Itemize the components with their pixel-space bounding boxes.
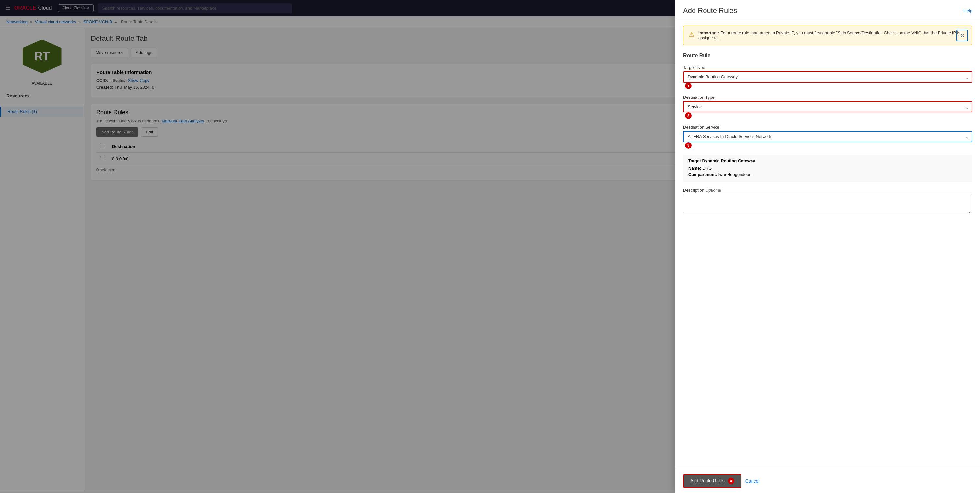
destination-type-group: Destination Type Service CIDR Block 2 xyxy=(683,95,972,119)
route-rule-section-title: Route Rule xyxy=(683,53,972,59)
target-name-row: Name: DRG xyxy=(688,166,967,171)
modal-panel: Add Route Rules Help ⚠ Important: For a … xyxy=(675,0,980,493)
target-name-label: Name: xyxy=(688,166,701,171)
target-drg-title: Target Dynamic Routing Gateway xyxy=(688,159,967,163)
target-type-group: Target Type Dynamic Routing Gateway Inte… xyxy=(683,65,972,89)
warning-icon: ⚠ xyxy=(689,30,695,38)
description-input[interactable] xyxy=(683,194,972,214)
important-banner: ⚠ Important: For a route rule that targe… xyxy=(683,25,972,45)
destination-type-select[interactable]: Service CIDR Block xyxy=(683,101,972,113)
step4-badge: 4 xyxy=(728,478,734,484)
description-label: Description Optional xyxy=(683,188,972,193)
step2-badge: 2 xyxy=(685,113,692,119)
important-text: Important: For a route rule that targets… xyxy=(698,30,967,40)
target-type-select[interactable]: Dynamic Routing Gateway Internet Gateway… xyxy=(683,71,972,82)
target-drg-info: Target Dynamic Routing Gateway Name: DRG… xyxy=(683,154,972,182)
optional-label: Optional xyxy=(705,188,721,193)
important-desc: For a route rule that targets a Private … xyxy=(698,30,960,40)
target-compartment-label: Compartment: xyxy=(688,172,717,177)
modal-body: ⚠ Important: For a route rule that targe… xyxy=(675,19,980,469)
modal-header: Add Route Rules Help xyxy=(675,0,980,19)
destination-service-label: Destination Service xyxy=(683,125,972,130)
modal-footer: Add Route Rules 4 Cancel xyxy=(675,469,980,493)
destination-service-select[interactable]: All FRA Services In Oracle Services Netw… xyxy=(683,131,972,142)
important-title: Important: xyxy=(698,30,719,35)
target-name-value: DRG xyxy=(702,166,712,171)
step1-badge: 1 xyxy=(685,82,692,89)
target-type-label: Target Type xyxy=(683,65,972,70)
target-type-select-wrapper: Dynamic Routing Gateway Internet Gateway… xyxy=(683,71,972,82)
destination-type-label: Destination Type xyxy=(683,95,972,100)
modal-help-link[interactable]: Help xyxy=(964,8,972,13)
modal-title: Add Route Rules xyxy=(683,6,737,15)
target-compartment-value: IwanHoogendoorn xyxy=(718,172,752,177)
cancel-button[interactable]: Cancel xyxy=(745,479,760,483)
add-route-rules-submit-button[interactable]: Add Route Rules 4 xyxy=(683,474,741,488)
destination-type-select-wrapper: Service CIDR Block xyxy=(683,101,972,113)
target-compartment-row: Compartment: IwanHoogendoorn xyxy=(688,172,967,177)
step3-badge: 3 xyxy=(685,142,692,149)
destination-service-select-wrapper: All FRA Services In Oracle Services Netw… xyxy=(683,131,972,142)
destination-service-group: Destination Service All FRA Services In … xyxy=(683,125,972,149)
help-circle-icon[interactable]: ⁙ xyxy=(956,30,968,41)
description-group: Description Optional xyxy=(683,188,972,214)
